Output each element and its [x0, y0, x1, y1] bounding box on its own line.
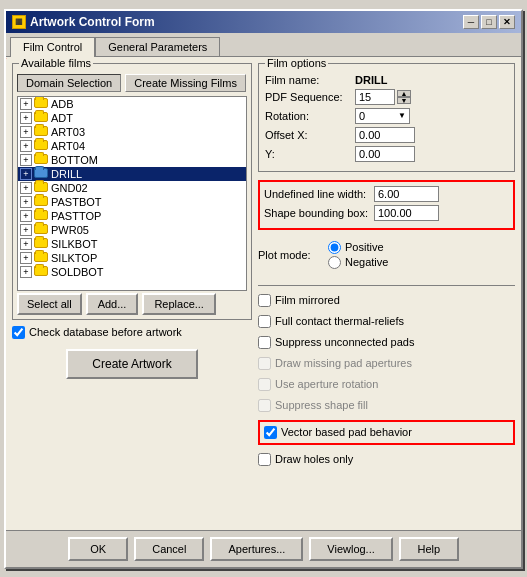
suppress-unconnected-checkbox[interactable] — [258, 336, 271, 349]
negative-label: Negative — [345, 256, 388, 268]
pdf-sequence-input[interactable] — [355, 89, 395, 105]
positive-radio[interactable] — [328, 241, 341, 254]
offset-x-input[interactable] — [355, 127, 415, 143]
film-item-gnd02[interactable]: + GND02 — [18, 181, 246, 195]
rotation-label: Rotation: — [265, 110, 355, 122]
suppress-unconnected-label: Suppress unconnected pads — [275, 336, 414, 348]
check-database-checkbox[interactable] — [12, 326, 25, 339]
list-action-buttons: Select all Add... Replace... — [17, 293, 247, 315]
use-aperture-checkbox[interactable] — [258, 378, 271, 391]
film-label-gnd02: GND02 — [51, 182, 88, 194]
plot-mode-group: Plot mode: Positive Negative — [258, 238, 515, 275]
offset-y-input[interactable] — [355, 146, 415, 162]
expander-pasttop[interactable]: + — [20, 210, 32, 222]
vector-based-label: Vector based pad behavior — [281, 426, 412, 438]
content-area: Available films ← Domain Selection Creat… — [6, 57, 521, 530]
offset-x-label: Offset X: — [265, 129, 355, 141]
film-item-pastbot[interactable]: + PASTBOT — [18, 195, 246, 209]
replace-button[interactable]: Replace... — [142, 293, 216, 315]
undefined-line-row: Undefined line width: — [264, 186, 509, 202]
film-mirrored-label: Film mirrored — [275, 294, 340, 306]
spin-down[interactable]: ▼ — [397, 97, 411, 104]
minimize-button[interactable]: ─ — [463, 15, 479, 29]
film-item-silkbot[interactable]: + SILKBOT — [18, 237, 246, 251]
folder-icon-pastbot — [34, 196, 48, 208]
film-item-soldbot[interactable]: + SOLDBOT — [18, 265, 246, 279]
film-item-drill[interactable]: + DRILL — [18, 167, 246, 181]
suppress-shape-label: Suppress shape fill — [275, 399, 368, 411]
expander-art03[interactable]: + — [20, 126, 32, 138]
film-label-pwr05: PWR05 — [51, 224, 89, 236]
check-database-row: Check database before artwork — [12, 324, 252, 341]
film-mirrored-checkbox[interactable] — [258, 294, 271, 307]
domain-selection-button[interactable]: Domain Selection — [17, 74, 121, 92]
vector-based-row: Vector based pad behavior — [264, 424, 509, 441]
apertures-button[interactable]: Apertures... — [210, 537, 303, 561]
negative-radio[interactable] — [328, 256, 341, 269]
close-button[interactable]: ✕ — [499, 15, 515, 29]
film-item-adt[interactable]: + ADT — [18, 111, 246, 125]
plot-mode-row: Plot mode: Positive Negative — [258, 240, 515, 270]
rotation-value: 0 — [359, 110, 365, 122]
expander-art04[interactable]: + — [20, 140, 32, 152]
film-label-pasttop: PASTTOP — [51, 210, 101, 222]
full-contact-row: Full contact thermal-reliefs — [258, 313, 515, 330]
undefined-line-input[interactable] — [374, 186, 439, 202]
create-artwork-button[interactable]: Create Artwork — [66, 349, 197, 379]
film-label-art04: ART04 — [51, 140, 85, 152]
expander-drill[interactable]: + — [20, 168, 32, 180]
ok-button[interactable]: OK — [68, 537, 128, 561]
suppress-shape-checkbox[interactable] — [258, 399, 271, 412]
maximize-button[interactable]: □ — [481, 15, 497, 29]
title-buttons: ─ □ ✕ — [463, 15, 515, 29]
tab-film-control[interactable]: Film Control — [10, 37, 95, 57]
expander-gnd02[interactable]: + — [20, 182, 32, 194]
expander-silktop[interactable]: + — [20, 252, 32, 264]
spin-up[interactable]: ▲ — [397, 90, 411, 97]
film-item-art03[interactable]: + ART03 — [18, 125, 246, 139]
check-database-label: Check database before artwork — [29, 326, 182, 338]
draw-holes-label: Draw holes only — [275, 453, 353, 465]
shape-bounding-input[interactable] — [374, 205, 439, 221]
use-aperture-label: Use aperture rotation — [275, 378, 378, 390]
film-list[interactable]: + ADB + ADT + ART03 + — [17, 96, 247, 291]
expander-adb[interactable]: + — [20, 98, 32, 110]
film-item-bottom[interactable]: + BOTTOM — [18, 153, 246, 167]
film-item-silktop[interactable]: + SILKTOP — [18, 251, 246, 265]
expander-pastbot[interactable]: + — [20, 196, 32, 208]
create-missing-films-button[interactable]: Create Missing Films — [125, 74, 246, 92]
expander-silkbot[interactable]: + — [20, 238, 32, 250]
draw-holes-checkbox[interactable] — [258, 453, 271, 466]
viewlog-button[interactable]: Viewlog... — [309, 537, 393, 561]
draw-missing-checkbox[interactable] — [258, 357, 271, 370]
folder-icon-pwr05 — [34, 224, 48, 236]
vector-based-checkbox[interactable] — [264, 426, 277, 439]
expander-pwr05[interactable]: + — [20, 224, 32, 236]
film-item-pwr05[interactable]: + PWR05 — [18, 223, 246, 237]
folder-icon-bottom — [34, 154, 48, 166]
expander-adt[interactable]: + — [20, 112, 32, 124]
window-icon: ▦ — [12, 15, 26, 29]
rotation-dropdown[interactable]: 0 ▼ — [355, 108, 410, 124]
folder-icon-gnd02 — [34, 182, 48, 194]
film-name-value: DRILL — [355, 74, 387, 86]
film-label-art03: ART03 — [51, 126, 85, 138]
full-contact-checkbox[interactable] — [258, 315, 271, 328]
help-button[interactable]: Help — [399, 537, 459, 561]
add-button[interactable]: Add... — [86, 293, 139, 315]
select-all-button[interactable]: Select all — [17, 293, 82, 315]
film-item-adb[interactable]: + ADB — [18, 97, 246, 111]
expander-bottom[interactable]: + — [20, 154, 32, 166]
film-label-silkbot: SILKBOT — [51, 238, 97, 250]
expander-soldbot[interactable]: + — [20, 266, 32, 278]
film-item-pasttop[interactable]: + PASTTOP — [18, 209, 246, 223]
positive-radio-row: Positive — [328, 240, 388, 255]
cancel-button[interactable]: Cancel — [134, 537, 204, 561]
folder-icon-drill — [34, 168, 48, 180]
folder-icon-adb — [34, 98, 48, 110]
draw-missing-row: Draw missing pad apertures — [258, 355, 515, 372]
tab-general-parameters[interactable]: General Parameters — [95, 37, 220, 56]
film-item-art04[interactable]: + ART04 — [18, 139, 246, 153]
film-label-adt: ADT — [51, 112, 73, 124]
negative-radio-row: Negative — [328, 255, 388, 270]
